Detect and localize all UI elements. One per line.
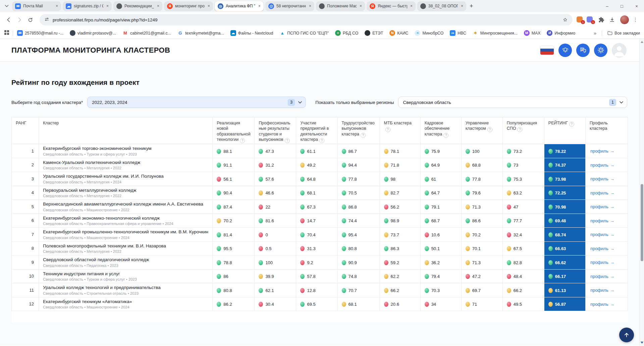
profile-link[interactable]: профиль→ <box>590 149 614 154</box>
year-select-value: 2022, 2023, 2024 <box>92 100 127 105</box>
profile-link[interactable]: профиль→ <box>590 163 614 168</box>
metric-value: 49.5 <box>514 302 522 307</box>
bookmark-item[interactable]: vladimir.protasov@... <box>70 30 116 36</box>
browser-tab[interactable]: 38_02_08 ОПОП-Р 20× <box>417 1 466 11</box>
metric-value: 88.1 <box>223 149 232 154</box>
scroll-to-top-button[interactable] <box>619 328 634 342</box>
year-select[interactable]: 2022, 2023, 2024 3 <box>87 97 306 108</box>
rating-dot-icon <box>548 302 553 307</box>
metric-value: 75.3 <box>514 177 522 182</box>
help-icon[interactable]: ? <box>443 133 448 138</box>
settings-button[interactable] <box>594 44 607 57</box>
help-icon[interactable]: ? <box>240 138 245 143</box>
bookmark-item[interactable]: Mcabinet201@gmail.c... <box>122 30 171 36</box>
notifications-button[interactable] <box>558 44 572 57</box>
bookmark-item[interactable]: vkНВС <box>450 30 466 36</box>
new-tab-button[interactable]: + <box>470 3 473 9</box>
close-icon[interactable]: × <box>55 4 59 8</box>
scrollbar-thumb[interactable] <box>641 184 643 261</box>
address-bar[interactable]: professionalitet.firpo.ru/mod/page/view.… <box>40 14 573 25</box>
site-info-icon[interactable] <box>44 17 49 23</box>
help-icon[interactable]: ? <box>285 138 290 143</box>
rating-value: 66.62 <box>555 260 566 265</box>
browser-tab[interactable]: ◎Аналитика ФП "Прос× <box>215 1 264 11</box>
help-icon[interactable]: ? <box>319 138 324 143</box>
profile-link[interactable]: профиль→ <box>590 246 614 251</box>
browser-tab[interactable]: ✉Почта Mail× <box>12 1 61 11</box>
browser-tab[interactable]: Рекомендации_по_п× <box>113 1 162 11</box>
help-icon[interactable]: ? <box>385 127 390 132</box>
metric-cell: 36.2 <box>420 255 461 270</box>
help-icon[interactable]: ? <box>361 133 366 138</box>
bookmark-item[interactable]: NКАИС <box>389 30 408 36</box>
metric-value: 67.5 <box>514 246 522 251</box>
bookmarks-overflow-chevron[interactable]: » <box>594 31 596 36</box>
help-icon[interactable]: ? <box>569 122 574 127</box>
minimize-button[interactable]: – <box>600 0 614 12</box>
maximize-button[interactable]: □ <box>614 0 629 12</box>
reload-icon[interactable] <box>25 14 36 25</box>
close-button[interactable]: × <box>629 0 644 12</box>
chat-button[interactable] <box>576 44 590 57</box>
profile-link[interactable]: профиль→ <box>590 274 614 279</box>
bookmark-item[interactable]: ✉2578550@mail.ru -... <box>17 30 63 36</box>
bookmark-item[interactable]: Gtexnikymetet@gma... <box>177 30 224 36</box>
help-icon[interactable]: ? <box>517 127 522 132</box>
close-icon[interactable]: × <box>258 4 261 8</box>
tab-search-chevron-icon[interactable] <box>5 4 9 8</box>
profile-link[interactable]: профиль→ <box>590 302 614 307</box>
close-icon[interactable]: × <box>106 4 109 8</box>
close-icon[interactable]: × <box>460 4 464 8</box>
chevron-down-icon[interactable] <box>298 101 302 104</box>
metric-dot-icon <box>342 232 346 237</box>
bookmark-item[interactable]: ≡РБД СО <box>335 30 358 36</box>
rating-value: 78.22 <box>555 149 566 154</box>
bookmark-item[interactable]: ≈МинобрСО <box>415 30 443 36</box>
profile-link[interactable]: профиль→ <box>590 288 614 293</box>
profile-link[interactable]: профиль→ <box>590 190 614 195</box>
region-select[interactable]: Свердловская область 1 <box>398 97 627 108</box>
scrollbar-up-icon[interactable] <box>641 41 643 43</box>
help-icon[interactable]: ? <box>487 127 492 132</box>
page-scrollbar[interactable] <box>639 39 644 346</box>
bookmark-item[interactable]: ИИнформио <box>547 30 575 36</box>
apps-grid-icon[interactable] <box>4 30 9 36</box>
extension-icon[interactable]: 1 <box>577 16 583 23</box>
extension-icon[interactable]: 1 <box>587 16 593 23</box>
close-icon[interactable]: × <box>410 4 413 8</box>
close-icon[interactable]: × <box>308 4 312 8</box>
profile-avatar[interactable] <box>620 15 629 24</box>
close-icon[interactable]: × <box>359 4 363 8</box>
bookmark-item[interactable]: ЕТЭТ <box>365 30 383 36</box>
forward-icon[interactable] <box>14 14 25 25</box>
metric-dot-icon <box>217 149 221 154</box>
browser-tab[interactable]: ☁signatures.zip / Обла× <box>63 1 112 11</box>
browser-tab[interactable]: Положение Мастер× <box>316 1 365 11</box>
back-icon[interactable] <box>3 14 14 25</box>
profile-link[interactable]: профиль→ <box>590 176 614 181</box>
russian-flag-icon[interactable] <box>540 46 554 55</box>
browser-tab[interactable]: Ямониторинг професс× <box>164 1 213 11</box>
bookmark-item[interactable]: ✶Минпросвещения... <box>473 30 518 36</box>
bookmark-star-icon[interactable] <box>562 17 568 22</box>
chevron-down-icon[interactable] <box>620 101 623 104</box>
menu-kebab-icon[interactable]: ⋮ <box>632 17 641 23</box>
profile-link[interactable]: профиль→ <box>590 232 614 237</box>
bookmark-item[interactable]: ☁Файлы - Nextcloud <box>230 30 273 36</box>
arrow-right-icon: → <box>610 232 614 237</box>
scrollbar-down-icon[interactable] <box>641 342 643 344</box>
column-label: РАНГ <box>16 121 26 125</box>
close-icon[interactable]: × <box>156 4 160 8</box>
profile-link[interactable]: профиль→ <box>590 218 614 223</box>
profile-link[interactable]: профиль→ <box>590 204 614 209</box>
browser-tab[interactable]: ЯЯндекс — быстрый п× <box>367 1 416 11</box>
close-icon[interactable]: × <box>207 4 211 8</box>
bookmark-item[interactable]: MMAX <box>524 30 541 36</box>
all-bookmarks-button[interactable]: Все закладки <box>607 31 640 36</box>
download-icon[interactable] <box>607 14 618 25</box>
browser-tab[interactable]: @58 непрочитанных ч× <box>265 1 314 11</box>
user-avatar[interactable] <box>612 43 627 58</box>
puzzle-extensions-icon[interactable] <box>596 14 607 25</box>
profile-link[interactable]: профиль→ <box>590 260 614 265</box>
bookmark-item[interactable]: ▲ПСПО ГИС СО "ЕЦП" <box>279 30 329 36</box>
